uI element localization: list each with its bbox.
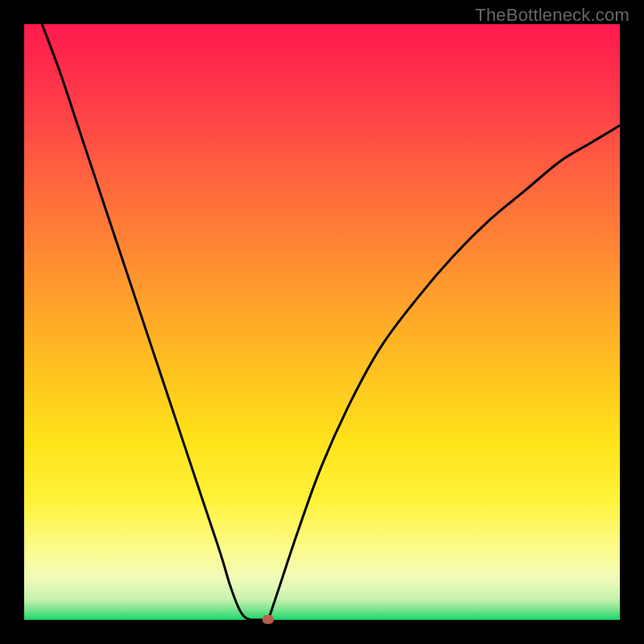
marker-point	[262, 615, 274, 624]
chart-svg	[24, 24, 620, 620]
gradient-background	[24, 24, 620, 620]
watermark-text: TheBottleneck.com	[475, 5, 630, 26]
plot-area	[24, 24, 620, 620]
chart-frame: TheBottleneck.com	[0, 0, 644, 644]
